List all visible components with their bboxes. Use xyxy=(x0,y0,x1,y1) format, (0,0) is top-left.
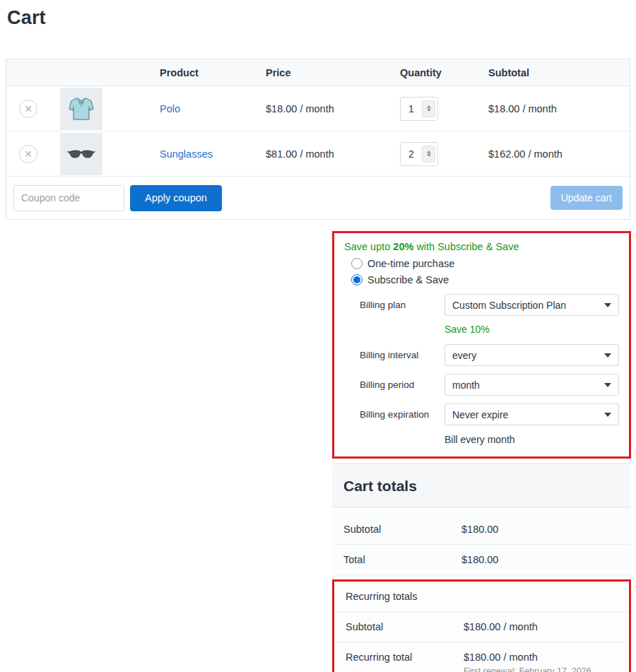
product-thumbnail-sunglasses[interactable] xyxy=(60,133,102,175)
billing-plan-label: Billing plan xyxy=(360,300,444,310)
billing-period-label: Billing period xyxy=(360,379,444,390)
subscribe-save-box: Save upto 20% with Subscribe & Save One-… xyxy=(332,231,631,459)
billing-plan-row: Billing plan Custom Subscription Plan xyxy=(360,294,619,316)
recurring-subtotal-label: Subtotal xyxy=(346,621,464,632)
billing-expiration-select[interactable]: Never expire xyxy=(444,403,619,425)
page-title: Cart xyxy=(0,0,636,29)
recurring-total-label: Recurring total xyxy=(346,652,464,672)
billing-interval-value: every xyxy=(452,350,476,361)
billing-period-select[interactable]: month xyxy=(444,374,619,396)
apply-coupon-button[interactable]: Apply coupon xyxy=(130,185,222,211)
subtotal-label: Subtotal xyxy=(343,524,461,535)
billing-expiration-value: Never expire xyxy=(452,409,508,420)
sunglasses-icon xyxy=(65,138,98,170)
header-quantity: Quantity xyxy=(400,67,488,78)
total-value: $180.00 xyxy=(461,554,620,565)
cart-totals-title: Cart totals xyxy=(343,478,620,495)
quantity-value: 2 xyxy=(401,148,422,160)
billing-expiration-label: Billing expiration xyxy=(360,409,444,420)
price-polo: $18.00 / month xyxy=(266,103,400,114)
table-row-polo: ✕ Polo $18.00 / month 1 xyxy=(6,86,630,131)
subtotal-polo: $18.00 / month xyxy=(488,103,630,114)
subtotal-sunglasses: $162.00 / month xyxy=(488,148,630,160)
quantity-value: 1 xyxy=(401,103,422,114)
cart-table: Product Price Quantity Subtotal ✕ xyxy=(6,59,630,220)
header-price: Price xyxy=(266,67,400,78)
chevron-down-icon xyxy=(604,353,611,358)
product-link-polo[interactable]: Polo xyxy=(160,103,180,114)
cart-sidebar: Save upto 20% with Subscribe & Save One-… xyxy=(332,231,631,672)
remove-item-icon[interactable]: ✕ xyxy=(19,100,37,118)
radio-selected-icon[interactable] xyxy=(351,274,363,285)
price-sunglasses: $81.00 / month xyxy=(266,148,400,160)
product-link-sunglasses[interactable]: Sunglasses xyxy=(160,148,213,160)
billing-interval-row: Billing interval every xyxy=(360,344,619,366)
cart-actions-row: Apply coupon Update cart xyxy=(6,177,630,219)
quantity-input-sunglasses[interactable]: 2 xyxy=(400,142,438,166)
header-product: Product xyxy=(160,67,266,78)
billing-interval-label: Billing interval xyxy=(360,350,444,360)
update-cart-button[interactable]: Update cart xyxy=(550,186,623,210)
product-thumbnail-polo[interactable] xyxy=(60,88,102,130)
recurring-totals-box: Recurring totals Subtotal $180.00 / mont… xyxy=(332,579,631,672)
recurring-totals-header: Recurring totals xyxy=(334,582,629,612)
coupon-code-input[interactable] xyxy=(13,185,124,211)
table-row-sunglasses: ✕ Sunglasses $81.00 / month 2 xyxy=(6,131,630,177)
recurring-total-amount: $180.00 / month xyxy=(464,652,618,663)
save-headline: Save upto 20% with Subscribe & Save xyxy=(344,241,619,252)
first-renewal-note: First renewal: February 17, 2026 xyxy=(464,666,618,672)
radio-one-time-purchase[interactable]: One-time purchase xyxy=(351,258,619,269)
remove-item-icon[interactable]: ✕ xyxy=(19,145,37,163)
total-label: Total xyxy=(343,554,461,565)
total-row: Total $180.00 xyxy=(332,545,631,575)
billing-interval-select[interactable]: every xyxy=(444,344,619,366)
subtotal-value: $180.00 xyxy=(461,524,620,535)
plan-save-note: Save 10% xyxy=(444,324,619,335)
billing-period-value: month xyxy=(452,379,480,391)
cart-totals-header: Cart totals xyxy=(332,464,631,507)
polo-shirt-icon xyxy=(66,93,97,124)
billing-period-row: Billing period month xyxy=(360,374,619,396)
recurring-total-value: $180.00 / month First renewal: February … xyxy=(464,652,618,672)
quantity-stepper-icon[interactable] xyxy=(422,100,435,117)
chevron-down-icon xyxy=(604,413,611,417)
radio-label: Subscribe & Save xyxy=(367,274,449,285)
billing-expiration-row: Billing expiration Never expire xyxy=(360,403,619,425)
radio-label: One-time purchase xyxy=(367,258,454,269)
bill-summary-text: Bill every month xyxy=(444,434,619,445)
recurring-subtotal-row: Subtotal $180.00 / month xyxy=(334,612,629,642)
chevron-down-icon xyxy=(604,303,611,307)
radio-subscribe-save[interactable]: Subscribe & Save xyxy=(351,274,619,285)
chevron-down-icon xyxy=(604,383,611,387)
header-subtotal: Subtotal xyxy=(488,67,630,78)
quantity-input-polo[interactable]: 1 xyxy=(400,97,438,121)
radio-unselected-icon[interactable] xyxy=(351,258,363,269)
subtotal-row: Subtotal $180.00 xyxy=(332,514,631,545)
recurring-subtotal-value: $180.00 / month xyxy=(464,621,618,632)
cart-table-header: Product Price Quantity Subtotal xyxy=(6,59,630,86)
recurring-total-row: Recurring total $180.00 / month First re… xyxy=(334,642,629,672)
cart-totals-panel: Cart totals Subtotal $180.00 Total $180.… xyxy=(332,463,631,672)
quantity-stepper-icon[interactable] xyxy=(422,146,435,163)
billing-plan-select[interactable]: Custom Subscription Plan xyxy=(444,294,619,316)
billing-plan-value: Custom Subscription Plan xyxy=(452,300,566,311)
cart-totals-rows: Subtotal $180.00 Total $180.00 Recurring… xyxy=(332,507,631,672)
cart-page: Cart Product Price Quantity Subtotal ✕ xyxy=(0,0,636,672)
